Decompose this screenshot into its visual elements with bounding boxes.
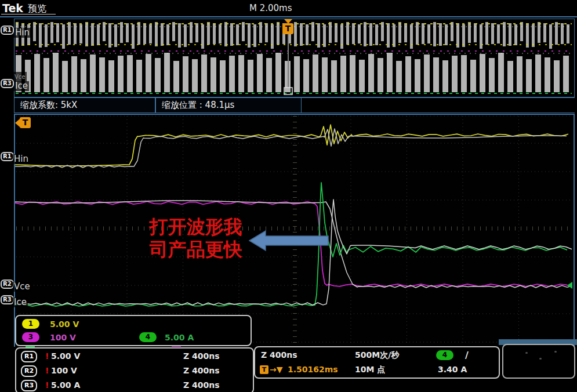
trigger-source-badge[interactable]: 4 <box>436 350 453 360</box>
record-length-readout[interactable]: 10M 点 <box>355 365 385 375</box>
timebase-readout[interactable]: M 2.00ms <box>249 3 292 13</box>
main-ref3-badge[interactable]: R3 <box>1 295 14 304</box>
zoom-strip-bottom-line <box>302 112 575 113</box>
main-ref2-badge[interactable]: R2 <box>1 280 14 289</box>
acquisition-readout-box: Z 400ns 500M次/秒 4 / T →▼ 1.50162ms 10M 点… <box>254 346 500 379</box>
channel3-badge[interactable]: 3 <box>22 332 39 342</box>
main-hin-label: Hin <box>13 154 30 164</box>
ref3-badge[interactable]: R3 <box>21 380 37 391</box>
overview-waveform-window <box>14 19 575 97</box>
zoom-factor-label: 缩放系数: 5kX <box>20 100 77 110</box>
logo-underline <box>1 14 56 14</box>
zoom-position-field[interactable]: 缩放位置 : 48.1µs <box>155 97 302 113</box>
ref3-zoom-scale: Z 400ns <box>183 380 220 390</box>
annotation-line2: 司产品更快 <box>136 238 255 261</box>
sample-rate-readout[interactable]: 500M次/秒 <box>355 350 399 361</box>
acquisition-mode-label: 预览 <box>28 3 46 15</box>
ref2-scale[interactable]: 100 V <box>51 366 77 375</box>
oscilloscope-screen: Tek 预览 M 2.00ms T R1 Hin Vce R3 Ice 缩放系数… <box>0 0 577 392</box>
main-vce-label: Vce <box>13 282 31 292</box>
ref2-zoom-scale: Z 400ns <box>183 366 220 375</box>
trigger-level-readout[interactable]: 3.40 A <box>438 365 467 374</box>
tek-logo: Tek <box>2 2 23 14</box>
trigger-position-readout[interactable]: 1.50162ms <box>288 365 338 374</box>
channel4-scale[interactable]: 5.00 A <box>165 333 194 342</box>
annotation-line1: 打开波形我 <box>136 216 255 238</box>
zoom-strip-top-line <box>302 97 575 98</box>
acq-zoom-scale: Z 400ns <box>261 350 297 360</box>
overview-ref1-badge[interactable]: R1 <box>1 26 14 35</box>
trigger-t-icon: T <box>260 365 268 374</box>
ref1-alert-icon: ! <box>45 351 49 361</box>
menu-dot <box>539 358 542 360</box>
ref2-badge[interactable]: R2 <box>21 365 37 377</box>
trigger-slope-icon[interactable]: / <box>465 350 469 361</box>
ref3-scale[interactable]: 5.00 A <box>51 380 80 390</box>
trigger-marker-icon[interactable]: T <box>282 23 293 34</box>
ref3-alert-icon: ! <box>45 380 49 390</box>
zoom-position-label: 缩放位置 : 48.1µs <box>162 100 234 110</box>
overview-ref3-badge[interactable]: R3 <box>1 79 14 88</box>
overview-ice-label: Ice <box>14 81 29 91</box>
ref1-scale[interactable]: 5.00 V <box>51 351 80 361</box>
main-ref1-badge[interactable]: R1 <box>1 152 14 161</box>
annotation-arrow-icon <box>248 229 329 253</box>
reference-readout-box: R1 ! 5.00 V Z 400ns R2 ! 100 V Z 400ns R… <box>15 347 254 392</box>
overview-hin-label: Hin <box>14 28 31 38</box>
main-ice-label: Ice <box>13 297 28 307</box>
menu-dot <box>554 351 557 353</box>
menu-dot <box>525 352 528 354</box>
overview-waveform-display <box>14 19 574 97</box>
main-trigger-arrow-icon[interactable] <box>15 119 20 127</box>
main-trigger-marker-icon[interactable]: T <box>20 117 31 128</box>
ref1-badge[interactable]: R1 <box>21 351 37 362</box>
channel1-badge[interactable]: 1 <box>22 319 39 329</box>
header-divider <box>0 16 577 17</box>
ref2-alert-icon: ! <box>45 366 49 375</box>
side-menu-box[interactable] <box>502 344 575 379</box>
channel-scale-box: 1 5.00 V 3 100 V 4 5.00 A <box>15 315 252 346</box>
annotation-text: 打开波形我 司产品更快 <box>136 216 255 261</box>
channel4-badge[interactable]: 4 <box>139 332 157 342</box>
channel1-scale[interactable]: 5.00 V <box>50 320 79 329</box>
ref1-zoom-scale: Z 400ns <box>183 351 220 361</box>
channel3-scale[interactable]: 100 V <box>50 333 76 342</box>
trigger-marker-arrows: →▼ <box>270 365 283 374</box>
zoom-factor-field[interactable]: 缩放系数: 5kX <box>14 97 155 113</box>
